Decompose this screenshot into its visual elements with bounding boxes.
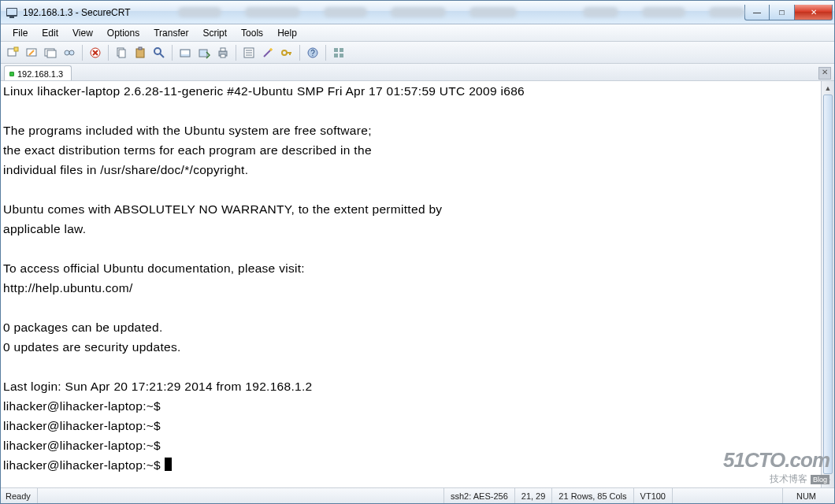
cursor-icon [165, 458, 172, 471]
menu-tools[interactable]: Tools [234, 26, 270, 40]
print-icon[interactable] [214, 44, 232, 61]
svg-rect-27 [340, 48, 343, 52]
status-term-type: VT100 [633, 488, 672, 503]
status-numlock: NUM [782, 488, 829, 503]
screen-to-file-icon[interactable] [195, 44, 213, 61]
toolbar-separator [82, 45, 83, 61]
status-connection: ssh2: AES-256 [443, 488, 514, 503]
window-title: 192.168.1.3 - SecureCRT [23, 7, 131, 18]
copy-icon[interactable] [113, 44, 130, 61]
minimize-button[interactable]: — [744, 5, 770, 20]
svg-point-15 [154, 48, 161, 54]
app-icon [6, 6, 18, 19]
maximize-button[interactable]: □ [770, 5, 795, 20]
print-screen-icon[interactable] [176, 44, 194, 61]
toolbar-separator [108, 45, 109, 61]
svg-point-23 [282, 50, 287, 55]
quick-connect-icon[interactable] [23, 44, 40, 61]
scroll-thumb[interactable] [823, 94, 833, 474]
menu-edit[interactable]: Edit [35, 26, 65, 40]
session-tab[interactable]: 192.168.1.3 [4, 65, 72, 80]
svg-rect-1 [7, 9, 17, 15]
find-icon[interactable] [150, 44, 168, 61]
session-led-icon [9, 72, 14, 76]
menu-transfer[interactable]: Transfer [147, 26, 195, 40]
menu-script[interactable]: Script [195, 26, 234, 40]
scroll-down-icon[interactable]: ▼ [822, 474, 834, 487]
scroll-up-icon[interactable]: ▲ [822, 81, 834, 94]
svg-point-9 [69, 50, 74, 55]
svg-rect-17 [181, 50, 189, 54]
svg-rect-18 [199, 50, 207, 57]
terminal-area: Linux lihacker-laptop 2.6.28-11-generic … [1, 81, 834, 487]
svg-rect-20 [221, 48, 225, 51]
menu-help[interactable]: Help [270, 26, 304, 40]
menubar: File Edit View Options Transfer Script T… [1, 24, 834, 42]
titlebar[interactable]: 192.168.1.3 - SecureCRT — □ ✕ [1, 1, 834, 24]
app-window: 192.168.1.3 - SecureCRT — □ ✕ File Edit … [0, 0, 835, 504]
toolbar-separator [325, 45, 326, 61]
status-ready: Ready [6, 488, 37, 503]
svg-rect-13 [136, 49, 144, 57]
svg-rect-14 [139, 47, 142, 50]
properties-icon[interactable] [240, 44, 258, 61]
key-icon[interactable] [278, 44, 295, 61]
status-cursor-pos: 21, 29 [514, 488, 552, 503]
svg-rect-4 [14, 47, 18, 51]
wand-icon[interactable] [259, 44, 276, 61]
toolbar-separator [299, 45, 300, 61]
menu-file[interactable]: File [6, 26, 35, 40]
svg-rect-21 [221, 54, 225, 57]
menu-view[interactable]: View [65, 26, 100, 40]
toolbar: ? [1, 42, 834, 64]
svg-rect-26 [334, 48, 338, 52]
svg-rect-29 [340, 54, 343, 57]
session-tabs: 192.168.1.3 ✕ [1, 64, 834, 81]
svg-rect-12 [119, 50, 125, 57]
connect-bar-icon[interactable] [42, 44, 59, 61]
window-controls: — □ ✕ [744, 5, 833, 20]
status-dimensions: 21 Rows, 85 Cols [551, 488, 633, 503]
svg-rect-2 [9, 17, 14, 18]
new-session-icon[interactable] [4, 44, 21, 61]
menu-options[interactable]: Options [100, 26, 147, 40]
statusbar: Ready ssh2: AES-256 21, 29 21 Rows, 85 C… [1, 487, 834, 503]
svg-text:?: ? [310, 49, 315, 57]
grid-icon[interactable] [330, 44, 347, 61]
status-spacer [37, 488, 443, 503]
svg-rect-28 [334, 54, 338, 57]
scroll-track[interactable] [822, 94, 834, 474]
close-button[interactable]: ✕ [795, 5, 833, 20]
sessions-icon[interactable] [61, 44, 78, 61]
terminal[interactable]: Linux lihacker-laptop 2.6.28-11-generic … [1, 81, 821, 487]
tab-close-button[interactable]: ✕ [818, 67, 831, 80]
toolbar-separator [236, 45, 236, 61]
paste-icon[interactable] [132, 44, 149, 61]
taskbar-blur [131, 7, 744, 17]
svg-point-8 [65, 50, 69, 55]
svg-rect-7 [47, 50, 56, 57]
session-tab-label: 192.168.1.3 [17, 69, 63, 79]
help-icon[interactable]: ? [304, 44, 321, 61]
status-empty [672, 488, 782, 503]
disconnect-icon[interactable] [87, 44, 104, 61]
toolbar-separator [172, 45, 173, 61]
vertical-scrollbar[interactable]: ▲ ▼ [821, 81, 834, 487]
